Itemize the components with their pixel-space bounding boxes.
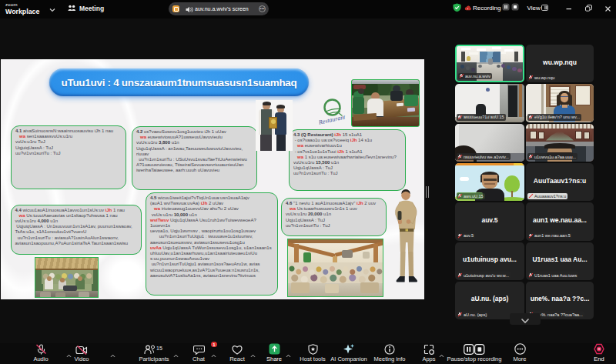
svg-text:15: 15 [156, 346, 162, 351]
svg-text:Restaurant: Restaurant [319, 113, 346, 125]
